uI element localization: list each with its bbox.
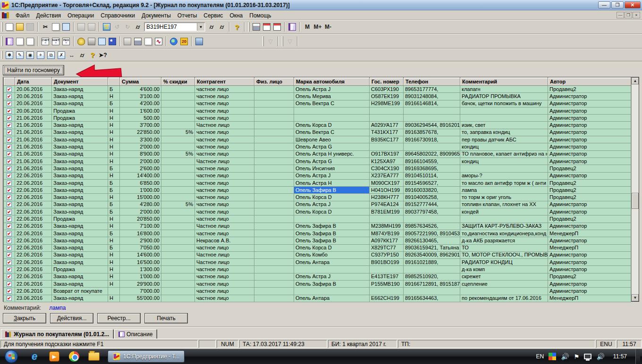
cell[interactable]: 29'900.00: [120, 281, 161, 288]
cell[interactable]: Заказ-наряд: [52, 122, 108, 129]
cell[interactable]: Опель Зафира B: [294, 281, 370, 288]
cell[interactable]: топливн клапан, глохнет на ХХ: [460, 201, 548, 208]
row-checked-icon[interactable]: ✔: [7, 216, 12, 222]
cell[interactable]: [254, 136, 294, 143]
cell[interactable]: сцепление: [460, 281, 548, 288]
cell[interactable]: частное лицо: [195, 244, 254, 251]
cell[interactable]: 89154596527,: [404, 179, 460, 186]
cell[interactable]: частное лицо: [195, 194, 254, 201]
cell[interactable]: Опель Корса D: [294, 208, 370, 215]
cell[interactable]: Р155МВ190: [370, 281, 404, 288]
cell[interactable]: бачок, щетки положить в машину: [460, 100, 548, 107]
cell[interactable]: [161, 122, 195, 129]
child-restore-button[interactable]: ❐: [625, 12, 632, 18]
antivirus-tray-icon[interactable]: [549, 353, 556, 360]
cell[interactable]: Администратор: [548, 107, 631, 114]
cell[interactable]: Администратор: [548, 150, 631, 157]
cell[interactable]: 22.06.2016: [15, 251, 52, 258]
cell[interactable]: 22.06.2016: [15, 187, 52, 194]
check-cell[interactable]: ✔: [4, 157, 15, 165]
cell[interactable]: 89166146814,: [404, 100, 460, 107]
cell[interactable]: Б: [108, 244, 120, 251]
cell[interactable]: Н: [108, 122, 120, 129]
cell[interactable]: В781ЕМ199: [370, 208, 404, 215]
cell[interactable]: частное лицо: [195, 295, 254, 302]
check-cell[interactable]: ✔: [4, 251, 15, 258]
row-checked-icon[interactable]: ✔: [7, 173, 12, 178]
row-checked-icon[interactable]: ✔: [7, 274, 12, 279]
cell[interactable]: 22.06.2016: [15, 223, 52, 230]
cell[interactable]: 14'600.00: [120, 251, 161, 258]
close-button[interactable]: Закрыть: [3, 313, 46, 323]
cell[interactable]: Опель Зафира B: [294, 223, 370, 230]
cell[interactable]: Заказ-наряд: [52, 295, 108, 302]
cell[interactable]: Администратор: [548, 281, 631, 288]
view-row-icon[interactable]: ◉: [25, 50, 35, 60]
cell[interactable]: 3'300.00: [120, 136, 161, 143]
column-header-Телефон[interactable]: Телефон: [404, 78, 460, 86]
cell[interactable]: частное лицо: [195, 179, 254, 186]
cut-icon[interactable]: ✂: [40, 22, 51, 32]
table-row[interactable]: ✔22.06.2016Заказ-нарядБ2'000.00частное л…: [4, 208, 631, 215]
cell[interactable]: 22.06.2016: [15, 273, 52, 280]
cell[interactable]: МенеджерП: [548, 295, 631, 302]
new-row-icon[interactable]: ✱: [4, 50, 15, 60]
cell[interactable]: Заказ-наряд: [52, 136, 108, 143]
cell[interactable]: Опель Зафира B: [294, 230, 370, 237]
cell[interactable]: 21.06.2016: [15, 165, 52, 172]
cell[interactable]: 21.06.2016: [15, 122, 52, 129]
cell[interactable]: частное лицо: [195, 93, 254, 100]
row-checked-icon[interactable]: ✔: [7, 159, 12, 164]
cell[interactable]: 89166104559,: [404, 157, 460, 165]
cell[interactable]: [161, 251, 195, 258]
print-preview-icon[interactable]: [86, 22, 97, 32]
cell[interactable]: Опель Астра J: [294, 86, 370, 93]
column-header-blank-3[interactable]: [108, 78, 120, 86]
cell[interactable]: Заказ-наряд: [52, 150, 108, 157]
check-cell[interactable]: ✔: [4, 150, 15, 157]
cell[interactable]: 22.06.2016: [15, 259, 52, 266]
cell[interactable]: М090СХ197: [370, 179, 404, 186]
table-row[interactable]: ✔22.06.2016Заказ-нарядБ6'850.00частное л…: [4, 179, 631, 186]
cell[interactable]: Б: [108, 100, 120, 107]
row-checked-icon[interactable]: ✔: [7, 195, 12, 200]
column-header-Дата[interactable]: Дата: [15, 78, 52, 86]
cell[interactable]: Опель Корса D: [294, 244, 370, 251]
open-folder-icon[interactable]: [15, 22, 25, 32]
cell[interactable]: Некрасов А.В.: [195, 237, 254, 244]
cell[interactable]: частное лицо: [195, 208, 254, 215]
check-cell[interactable]: ✔: [4, 172, 15, 179]
cell[interactable]: частное лицо: [195, 201, 254, 208]
cell[interactable]: Продавец2: [548, 179, 631, 186]
print-icon[interactable]: [76, 22, 86, 32]
cell[interactable]: 21.06.2016: [15, 143, 52, 150]
row-checked-icon[interactable]: ✔: [7, 260, 12, 265]
table-row[interactable]: ✔22.06.2016Заказ-нарядБ16'800.00частное …: [4, 230, 631, 237]
cell[interactable]: 4'600.00: [120, 86, 161, 93]
cash-drawer-icon[interactable]: [86, 36, 97, 47]
cell[interactable]: МенеджерП: [548, 230, 631, 237]
cell[interactable]: Х237ЕА777: [370, 172, 404, 179]
cell[interactable]: [254, 230, 294, 237]
cell[interactable]: Администратор: [548, 100, 631, 107]
menu-item-6[interactable]: Сервис: [200, 11, 226, 20]
cell[interactable]: Администратор: [548, 288, 631, 295]
check-cell[interactable]: ✔: [4, 208, 15, 215]
column-header-Комментарий[interactable]: Комментарий: [460, 78, 548, 86]
check-cell[interactable]: ✔: [4, 237, 15, 244]
cell[interactable]: Продажа: [52, 266, 108, 273]
cell[interactable]: [404, 288, 460, 295]
cell[interactable]: [161, 187, 195, 194]
check-cell[interactable]: ✔: [4, 100, 15, 107]
cell[interactable]: 22.06.2016: [15, 244, 52, 251]
cell[interactable]: 21.06.2016: [15, 129, 52, 136]
cell[interactable]: Заказ-наряд: [52, 86, 108, 93]
cell[interactable]: Опель Зафира B: [294, 187, 370, 194]
check-cell[interactable]: ✔: [4, 165, 15, 172]
table-row[interactable]: ✔22.06.2016Заказ-нарядН15'000.00частное …: [4, 194, 631, 201]
cell[interactable]: [254, 215, 294, 223]
row-checked-icon[interactable]: ✔: [7, 116, 12, 121]
cell[interactable]: 22.06.2016: [15, 288, 52, 295]
cell[interactable]: Администратор: [548, 201, 631, 208]
find-by-plate-button[interactable]: Найти по госномеру: [3, 65, 64, 75]
